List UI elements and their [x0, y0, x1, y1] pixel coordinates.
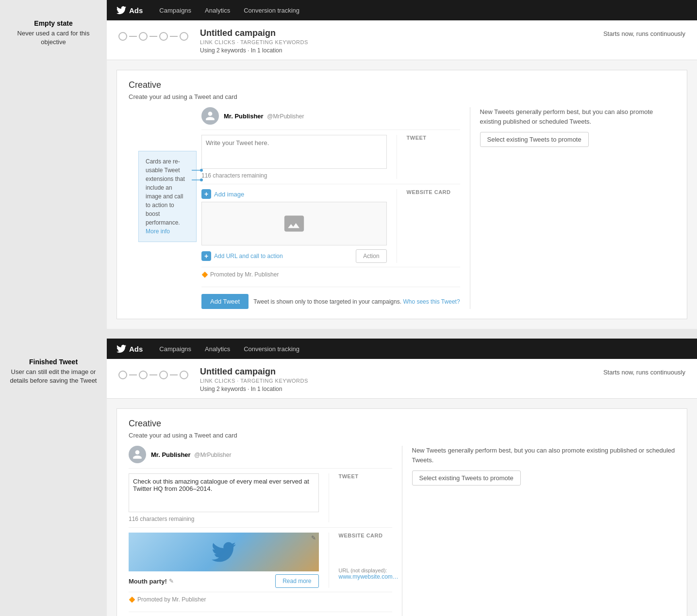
campaign-info-1: Untitled campaign LINK CLICKS · TARGETIN…	[200, 28, 603, 54]
tweet-area-row-1: 116 characters remaining TWEET	[201, 130, 460, 179]
tweet-right-labels-1: TWEET	[407, 135, 460, 179]
svg-point-1	[200, 169, 203, 172]
card-area-1: + Add image +	[201, 184, 460, 263]
creative-box-2: Creative Create your ad using a Tweet an…	[116, 408, 687, 616]
card-area-2: ✎ Mouth party! ✎ Read more	[129, 527, 392, 588]
twitter-bird-card-icon	[212, 540, 236, 564]
campaign-title-2: Untitled campaign	[200, 367, 603, 377]
twitter-logo-icon	[116, 5, 126, 15]
nav-logo-1: Ads	[116, 5, 143, 15]
promoted-row-2: 🔶 Promoted by Mr. Publisher	[129, 592, 392, 605]
tweet-text-box-1: 116 characters remaining	[201, 135, 387, 179]
nav-bar-2: Ads Campaigns Analytics Conversion track…	[107, 339, 697, 359]
annotation-desc-1: Never used a card for this objective	[10, 29, 97, 47]
campaign-steps-1	[118, 32, 188, 41]
visibility-text-1: Tweet is shown only to those targeted in…	[253, 298, 401, 305]
tweet-textarea-2[interactable]	[129, 473, 319, 512]
add-image-btn-1[interactable]: + Add image	[201, 189, 387, 199]
edit-pencil-icon[interactable]: ✎	[169, 578, 174, 584]
website-card-label-2: WEBSITE CARD	[339, 533, 392, 538]
read-more-btn[interactable]: Read more	[275, 574, 318, 588]
nav-campaigns-2[interactable]: Campaigns	[152, 339, 198, 359]
creative-wrapper-2: Creative Create your ad using a Tweet an…	[107, 399, 697, 616]
select-existing-btn-1[interactable]: Select existing Tweets to promote	[480, 132, 589, 147]
main-content-2: Ads Campaigns Analytics Conversion track…	[107, 339, 697, 616]
nav-analytics-2[interactable]: Analytics	[198, 339, 237, 359]
svg-point-4	[290, 219, 293, 222]
twitter-logo-icon-2	[116, 344, 126, 354]
nav-logo-text-2: Ads	[129, 345, 143, 353]
campaign-subtitle-2: LINK CLICKS · TARGETING KEYWORDS	[200, 378, 603, 384]
main-content-1: Ads Campaigns Analytics Conversion track…	[107, 0, 697, 329]
annotation-desc-2: User can still edit the image or details…	[10, 368, 97, 385]
page-wrapper: Empty state Never used a card for this o…	[0, 0, 697, 616]
info-box-text: Cards are re-usable Tweet extensions tha…	[146, 158, 185, 226]
action-button-1[interactable]: Action	[356, 249, 386, 263]
promoted-icon-2: 🔶	[129, 597, 135, 603]
annotation-finished: Finished Tweet User can still edit the i…	[0, 339, 107, 616]
campaign-header-1: Untitled campaign LINK CLICKS · TARGETIN…	[107, 20, 697, 60]
add-tweet-btn-1[interactable]: Add Tweet	[201, 294, 249, 309]
divider-v-4	[329, 533, 329, 588]
step-1	[118, 32, 127, 41]
add-url-btn-1[interactable]: + Add URL and call to action	[201, 251, 353, 261]
nav-conversion-2[interactable]: Conversion tracking	[237, 339, 306, 359]
campaign-header-2: Untitled campaign LINK CLICKS · TARGETIN…	[107, 359, 697, 399]
promoted-text-1: Promoted by Mr. Publisher	[210, 271, 279, 278]
step-dash-2-3	[170, 374, 178, 375]
user-icon-2	[132, 449, 143, 460]
nav-logo-2: Ads	[116, 344, 143, 354]
nav-analytics-1[interactable]: Analytics	[198, 0, 237, 20]
card-title-group: Mouth party! ✎	[129, 578, 174, 585]
step-2-3	[159, 371, 168, 379]
annotation-title-2: Finished Tweet	[10, 358, 97, 366]
step-dash-1	[129, 36, 137, 37]
tweet-composer-2: Mr. Publisher @MrPublisher 116 character…	[129, 446, 392, 616]
creative-inner-2: Mr. Publisher @MrPublisher 116 character…	[129, 446, 675, 616]
section-2: Finished Tweet User can still edit the i…	[0, 339, 697, 616]
who-sees-link-1[interactable]: Who sees this Tweet?	[403, 298, 460, 305]
add-url-plus-1: +	[201, 251, 211, 261]
tweet-textarea-1[interactable]	[201, 135, 387, 169]
avatar-1	[201, 107, 219, 125]
info-box: Cards are re-usable Tweet extensions tha…	[138, 151, 197, 242]
promoted-icon-1: 🔶	[201, 272, 208, 278]
divider-v-2	[397, 189, 397, 263]
tweet-user-row-2: Mr. Publisher @MrPublisher	[129, 446, 392, 463]
card-image-placeholder-1[interactable]	[201, 202, 387, 245]
card-right-labels-1: WEBSITE CARD	[407, 189, 460, 263]
nav-campaigns-1[interactable]: Campaigns	[152, 0, 198, 20]
info-box-link[interactable]: More info	[146, 228, 170, 235]
section-1: Empty state Never used a card for this o…	[0, 0, 697, 329]
add-tweet-row-1: Add Tweet Tweet is shown only to those t…	[201, 287, 460, 309]
step-dash-3	[170, 36, 178, 37]
campaign-steps-2	[118, 371, 188, 379]
tweet-chars-2: 116 characters remaining	[129, 516, 319, 522]
campaign-title-1: Untitled campaign	[200, 28, 603, 38]
creative-box-1: Creative Create your ad using a Tweet an…	[116, 70, 687, 319]
edit-image-icon[interactable]: ✎	[311, 535, 316, 541]
step-2-1	[118, 371, 127, 379]
tweet-area-row-2: 116 characters remaining TWEET	[129, 468, 392, 522]
user-icon	[205, 111, 216, 121]
composer-area-1: Cards are re-usable Tweet extensions tha…	[129, 107, 460, 309]
avatar-2	[129, 446, 146, 463]
action-row-1: + Add URL and call to action Action	[201, 249, 387, 263]
creative-title-2: Creative	[129, 419, 675, 429]
annotation-title-1: Empty state	[10, 19, 97, 27]
nav-bar-1: Ads Campaigns Analytics Conversion track…	[107, 0, 697, 20]
tweet-right-labels-2: TWEET	[339, 473, 392, 522]
creative-subtitle-1: Create your ad using a Tweet and card	[129, 93, 675, 100]
right-desc-2: New Tweets generally perform best, but y…	[412, 446, 676, 465]
tweet-visibility-1: Tweet is shown only to those targeted in…	[253, 298, 460, 305]
campaign-info-2: Untitled campaign LINK CLICKS · TARGETIN…	[200, 367, 603, 392]
card-image-filled: ✎	[129, 533, 319, 571]
user-info-1: Mr. Publisher @MrPublisher	[224, 113, 304, 120]
user-name-2: Mr. Publisher	[151, 451, 191, 458]
add-plus-1: +	[201, 189, 211, 199]
tweet-chars-1: 116 characters remaining	[201, 172, 387, 179]
website-card-label-1: WEBSITE CARD	[407, 189, 460, 195]
select-existing-btn-2[interactable]: Select existing Tweets to promote	[412, 470, 521, 486]
info-box-wrapper: Cards are re-usable Tweet extensions tha…	[129, 151, 197, 242]
nav-conversion-1[interactable]: Conversion tracking	[237, 0, 306, 20]
